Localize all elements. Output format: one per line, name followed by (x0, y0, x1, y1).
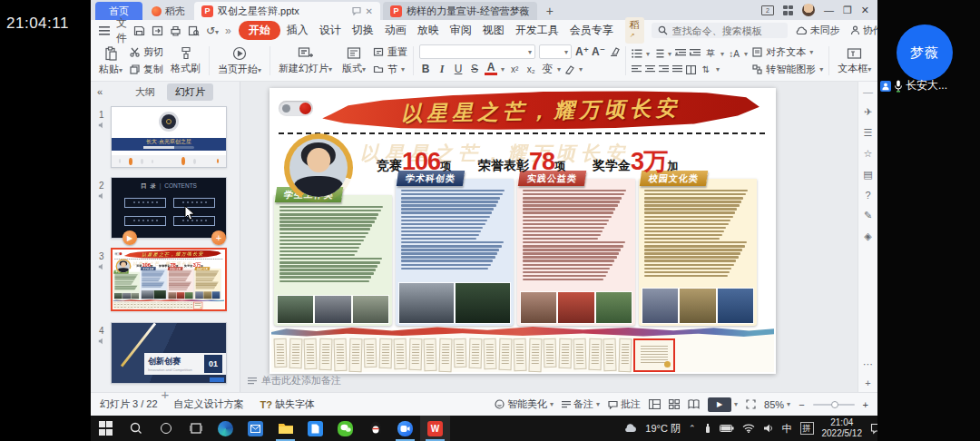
menu-tab-6[interactable]: 放映 (413, 22, 444, 39)
menu-tab-8[interactable]: 视图 (478, 22, 509, 39)
docer-resource-pill[interactable]: 稻↗ (625, 17, 644, 44)
indent-decrease-icon[interactable] (675, 49, 686, 58)
section-button[interactable]: 节▾ (373, 63, 407, 76)
feedback-icon[interactable]: ✎ (864, 210, 872, 221)
sync-status[interactable]: 未同步 (795, 24, 840, 37)
superscript-button[interactable]: x² (508, 64, 521, 74)
zoom-out-button[interactable]: − (799, 399, 804, 410)
align-center-icon[interactable] (645, 65, 655, 74)
qq-app[interactable] (360, 416, 390, 441)
highlight-pen-icon[interactable] (564, 64, 575, 74)
favorites-star-icon[interactable]: ☆ (864, 148, 873, 160)
menu-tab-5[interactable]: 动画 (380, 22, 411, 39)
indent-increase-icon[interactable] (690, 49, 701, 58)
align-right-icon[interactable] (659, 65, 669, 74)
decrease-font-icon[interactable]: A⁻ (592, 45, 604, 58)
battery-icon[interactable] (720, 425, 734, 432)
add-slide-button[interactable]: + (162, 387, 170, 402)
new-tab-button[interactable]: + (546, 4, 554, 20)
menu-tab-1[interactable]: 开始 (239, 21, 280, 40)
command-search[interactable] (652, 23, 788, 38)
slide-thumbnail-1[interactable]: 长大·点亮双创之星 (111, 106, 227, 168)
mail-app[interactable] (240, 416, 270, 441)
text-box-button[interactable]: 文本框▾ (835, 43, 874, 79)
restore-button[interactable]: ❐ (843, 5, 852, 16)
outline-tab[interactable]: 大纲 (127, 83, 163, 101)
collapse-panel-icon[interactable]: « (97, 86, 103, 97)
slide-thumbnail-4[interactable]: 创新创赛Innovation and Competition 01 (111, 322, 227, 384)
start-button[interactable] (91, 416, 121, 441)
weather-text[interactable]: 19°C 阴 (645, 422, 681, 436)
increase-font-icon[interactable]: A⁺ (575, 45, 588, 58)
notes-button[interactable]: 备注▾ (562, 397, 600, 411)
columns-icon[interactable] (686, 65, 696, 74)
help-icon[interactable]: ? (865, 190, 870, 201)
zoom-in-button[interactable]: + (863, 399, 868, 410)
tray-expand-icon[interactable]: ⌃ (689, 424, 696, 433)
reset-button[interactable]: 重置 (373, 45, 407, 59)
subscript-button[interactable]: x₂ (524, 64, 537, 74)
missing-font-warning[interactable]: T?缺失字体 (260, 397, 315, 411)
view-reading-icon[interactable] (688, 399, 700, 409)
properties-icon[interactable]: ☰ (864, 127, 873, 139)
tab-comment-icon[interactable] (352, 6, 361, 15)
wps-office-app[interactable]: W (420, 416, 450, 441)
notes-hint[interactable]: 单击此处添加备注 (248, 374, 341, 387)
slide-thumbnail-2[interactable]: 目 录 | CONTENTS ▶ + (111, 177, 227, 239)
copy-button[interactable]: 复制 (130, 63, 163, 76)
menu-tab-10[interactable]: 会员专享 (565, 22, 618, 39)
text-direction-icon[interactable]: ⇅ (700, 64, 712, 74)
print-preview-icon[interactable] (188, 25, 200, 36)
char-spacing-icon[interactable]: 草 (704, 47, 717, 60)
font-size-select[interactable]: ▾ (539, 44, 572, 59)
slide-3-editor[interactable]: 以星星之芒，耀万顷长安 以星星之芒，耀万顷长安 竞赛106项荣誉表彰78项奖学金… (270, 88, 776, 374)
font-name-input[interactable] (423, 46, 521, 57)
menu-tab-7[interactable]: 审阅 (446, 22, 476, 39)
undo-icon[interactable]: ↺▾ (206, 24, 219, 37)
active-speaker-row[interactable]: 长安大... (880, 78, 980, 93)
window-split-icon[interactable]: 2 (761, 5, 774, 15)
file-explorer[interactable] (270, 416, 300, 441)
slides-tab[interactable]: 幻灯片 (167, 83, 213, 101)
minimize-button[interactable]: — (824, 5, 834, 15)
cut-button[interactable]: 剪切 (130, 45, 163, 59)
strikethrough-button[interactable]: S (468, 63, 481, 75)
usb-device-icon[interactable] (704, 423, 711, 434)
task-view-button[interactable] (181, 416, 211, 441)
design-scheme[interactable]: 自定义设计方案 (174, 397, 244, 411)
menu-tab-9[interactable]: 开发工具 (511, 22, 564, 39)
line-spacing-icon[interactable]: ↕A (728, 49, 740, 59)
fit-window-icon[interactable] (746, 399, 756, 409)
zoom-level[interactable]: 85%▾ (764, 399, 790, 410)
security-shield-icon[interactable]: ◈ (864, 230, 871, 242)
tencent-docs-app[interactable] (300, 416, 330, 441)
number-list-icon[interactable] (653, 49, 664, 58)
zoom-slider-knob[interactable] (831, 401, 838, 408)
underline-button[interactable]: U (452, 63, 465, 75)
screens-icon[interactable]: ▤ (863, 169, 872, 181)
justify-icon[interactable] (672, 65, 682, 74)
close-button[interactable]: ✕ (861, 5, 869, 16)
align-left-icon[interactable] (632, 65, 642, 74)
taskbar-search[interactable] (121, 416, 151, 441)
more-quick-icon[interactable]: » (225, 24, 231, 37)
ime-indicator[interactable]: 中 (782, 422, 792, 436)
slideshow-play-button[interactable]: ▶ (708, 397, 731, 412)
zoom-slider[interactable] (813, 404, 855, 406)
font-color-button[interactable]: A (485, 63, 497, 75)
drag-handle-icon[interactable]: — (863, 86, 873, 97)
app-grid-icon[interactable] (783, 5, 793, 15)
view-sorter-icon[interactable] (669, 399, 680, 409)
wifi-icon[interactable] (742, 424, 755, 433)
slide-canvas[interactable]: 以星星之芒，耀万顷长安 以星星之芒，耀万顷长安 竞赛106项荣誉表彰78项奖学金… (240, 82, 858, 392)
font-name-select[interactable]: ▾ (419, 44, 535, 59)
tencent-meeting-app[interactable] (390, 416, 420, 441)
clear-format-icon[interactable] (608, 46, 620, 57)
participant-avatar[interactable]: 梦薇 (897, 24, 953, 81)
comments-button[interactable]: 批注 (608, 397, 641, 411)
print-icon[interactable] (170, 25, 181, 36)
thumbnail-play-button[interactable]: ▶ (122, 230, 137, 245)
thumbnail-add-button[interactable]: + (211, 230, 226, 245)
edge-browser[interactable] (211, 416, 240, 441)
beautify-button[interactable]: 智能美化▾ (495, 397, 554, 411)
